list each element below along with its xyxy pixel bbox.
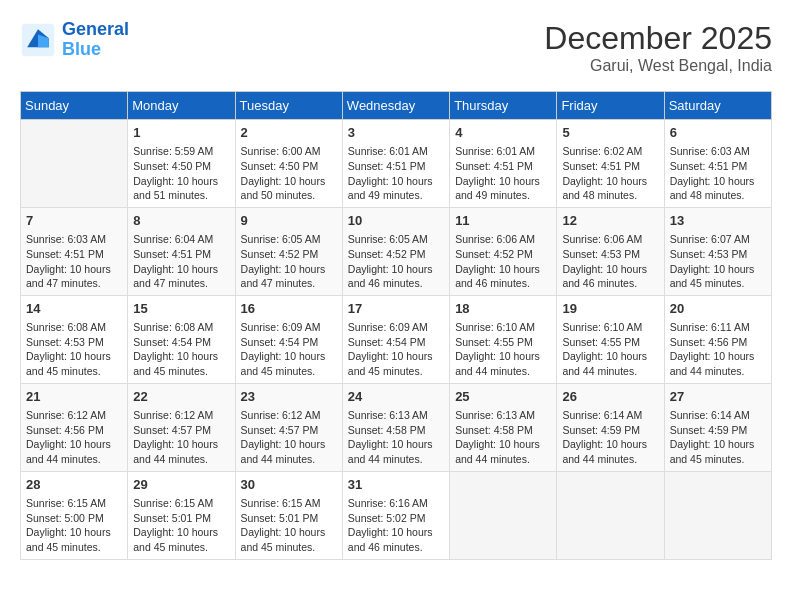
day-number: 6: [670, 124, 766, 142]
title-block: December 2025 Garui, West Bengal, India: [544, 20, 772, 75]
day-info: Sunrise: 5:59 AMSunset: 4:50 PMDaylight:…: [133, 144, 229, 203]
calendar-cell: [664, 471, 771, 559]
day-info: Sunrise: 6:14 AMSunset: 4:59 PMDaylight:…: [670, 408, 766, 467]
day-info: Sunrise: 6:03 AMSunset: 4:51 PMDaylight:…: [26, 232, 122, 291]
calendar-cell: 3Sunrise: 6:01 AMSunset: 4:51 PMDaylight…: [342, 120, 449, 208]
calendar-cell: 9Sunrise: 6:05 AMSunset: 4:52 PMDaylight…: [235, 207, 342, 295]
day-info: Sunrise: 6:08 AMSunset: 4:54 PMDaylight:…: [133, 320, 229, 379]
day-info: Sunrise: 6:12 AMSunset: 4:57 PMDaylight:…: [133, 408, 229, 467]
day-number: 19: [562, 300, 658, 318]
calendar-cell: 19Sunrise: 6:10 AMSunset: 4:55 PMDayligh…: [557, 295, 664, 383]
calendar-subtitle: Garui, West Bengal, India: [544, 57, 772, 75]
day-info: Sunrise: 6:06 AMSunset: 4:52 PMDaylight:…: [455, 232, 551, 291]
header-monday: Monday: [128, 92, 235, 120]
day-number: 7: [26, 212, 122, 230]
day-info: Sunrise: 6:16 AMSunset: 5:02 PMDaylight:…: [348, 496, 444, 555]
day-info: Sunrise: 6:03 AMSunset: 4:51 PMDaylight:…: [670, 144, 766, 203]
calendar-cell: 2Sunrise: 6:00 AMSunset: 4:50 PMDaylight…: [235, 120, 342, 208]
day-number: 1: [133, 124, 229, 142]
day-number: 16: [241, 300, 337, 318]
calendar-cell: 22Sunrise: 6:12 AMSunset: 4:57 PMDayligh…: [128, 383, 235, 471]
day-info: Sunrise: 6:13 AMSunset: 4:58 PMDaylight:…: [348, 408, 444, 467]
calendar-cell: 4Sunrise: 6:01 AMSunset: 4:51 PMDaylight…: [450, 120, 557, 208]
calendar-cell: 24Sunrise: 6:13 AMSunset: 4:58 PMDayligh…: [342, 383, 449, 471]
day-number: 31: [348, 476, 444, 494]
calendar-table: SundayMondayTuesdayWednesdayThursdayFrid…: [20, 91, 772, 560]
logo-icon: [20, 22, 56, 58]
day-number: 3: [348, 124, 444, 142]
day-info: Sunrise: 6:05 AMSunset: 4:52 PMDaylight:…: [241, 232, 337, 291]
day-number: 27: [670, 388, 766, 406]
day-number: 30: [241, 476, 337, 494]
day-info: Sunrise: 6:02 AMSunset: 4:51 PMDaylight:…: [562, 144, 658, 203]
calendar-cell: 5Sunrise: 6:02 AMSunset: 4:51 PMDaylight…: [557, 120, 664, 208]
day-info: Sunrise: 6:10 AMSunset: 4:55 PMDaylight:…: [562, 320, 658, 379]
calendar-cell: 31Sunrise: 6:16 AMSunset: 5:02 PMDayligh…: [342, 471, 449, 559]
calendar-title: December 2025: [544, 20, 772, 57]
day-number: 17: [348, 300, 444, 318]
day-info: Sunrise: 6:09 AMSunset: 4:54 PMDaylight:…: [241, 320, 337, 379]
calendar-week-2: 7Sunrise: 6:03 AMSunset: 4:51 PMDaylight…: [21, 207, 772, 295]
day-info: Sunrise: 6:04 AMSunset: 4:51 PMDaylight:…: [133, 232, 229, 291]
day-number: 23: [241, 388, 337, 406]
calendar-cell: 8Sunrise: 6:04 AMSunset: 4:51 PMDaylight…: [128, 207, 235, 295]
day-number: 28: [26, 476, 122, 494]
day-info: Sunrise: 6:11 AMSunset: 4:56 PMDaylight:…: [670, 320, 766, 379]
day-info: Sunrise: 6:10 AMSunset: 4:55 PMDaylight:…: [455, 320, 551, 379]
header-tuesday: Tuesday: [235, 92, 342, 120]
calendar-week-5: 28Sunrise: 6:15 AMSunset: 5:00 PMDayligh…: [21, 471, 772, 559]
logo: General Blue: [20, 20, 129, 60]
day-info: Sunrise: 6:12 AMSunset: 4:57 PMDaylight:…: [241, 408, 337, 467]
calendar-cell: 1Sunrise: 5:59 AMSunset: 4:50 PMDaylight…: [128, 120, 235, 208]
day-info: Sunrise: 6:06 AMSunset: 4:53 PMDaylight:…: [562, 232, 658, 291]
calendar-cell: 20Sunrise: 6:11 AMSunset: 4:56 PMDayligh…: [664, 295, 771, 383]
calendar-cell: 26Sunrise: 6:14 AMSunset: 4:59 PMDayligh…: [557, 383, 664, 471]
day-number: 10: [348, 212, 444, 230]
day-info: Sunrise: 6:09 AMSunset: 4:54 PMDaylight:…: [348, 320, 444, 379]
day-info: Sunrise: 6:00 AMSunset: 4:50 PMDaylight:…: [241, 144, 337, 203]
day-number: 25: [455, 388, 551, 406]
calendar-week-3: 14Sunrise: 6:08 AMSunset: 4:53 PMDayligh…: [21, 295, 772, 383]
calendar-cell: 14Sunrise: 6:08 AMSunset: 4:53 PMDayligh…: [21, 295, 128, 383]
header-friday: Friday: [557, 92, 664, 120]
calendar-cell: 11Sunrise: 6:06 AMSunset: 4:52 PMDayligh…: [450, 207, 557, 295]
day-info: Sunrise: 6:13 AMSunset: 4:58 PMDaylight:…: [455, 408, 551, 467]
day-info: Sunrise: 6:08 AMSunset: 4:53 PMDaylight:…: [26, 320, 122, 379]
day-info: Sunrise: 6:07 AMSunset: 4:53 PMDaylight:…: [670, 232, 766, 291]
day-number: 11: [455, 212, 551, 230]
day-number: 20: [670, 300, 766, 318]
header-thursday: Thursday: [450, 92, 557, 120]
day-number: 24: [348, 388, 444, 406]
header-wednesday: Wednesday: [342, 92, 449, 120]
calendar-cell: 10Sunrise: 6:05 AMSunset: 4:52 PMDayligh…: [342, 207, 449, 295]
calendar-cell: 18Sunrise: 6:10 AMSunset: 4:55 PMDayligh…: [450, 295, 557, 383]
calendar-cell: [557, 471, 664, 559]
calendar-cell: 17Sunrise: 6:09 AMSunset: 4:54 PMDayligh…: [342, 295, 449, 383]
day-info: Sunrise: 6:15 AMSunset: 5:01 PMDaylight:…: [133, 496, 229, 555]
page-header: General Blue December 2025 Garui, West B…: [20, 20, 772, 75]
calendar-week-4: 21Sunrise: 6:12 AMSunset: 4:56 PMDayligh…: [21, 383, 772, 471]
calendar-cell: 15Sunrise: 6:08 AMSunset: 4:54 PMDayligh…: [128, 295, 235, 383]
calendar-cell: [450, 471, 557, 559]
day-number: 2: [241, 124, 337, 142]
day-number: 14: [26, 300, 122, 318]
calendar-cell: 6Sunrise: 6:03 AMSunset: 4:51 PMDaylight…: [664, 120, 771, 208]
calendar-cell: 12Sunrise: 6:06 AMSunset: 4:53 PMDayligh…: [557, 207, 664, 295]
day-number: 29: [133, 476, 229, 494]
day-number: 5: [562, 124, 658, 142]
calendar-cell: [21, 120, 128, 208]
day-number: 21: [26, 388, 122, 406]
calendar-cell: 30Sunrise: 6:15 AMSunset: 5:01 PMDayligh…: [235, 471, 342, 559]
day-number: 15: [133, 300, 229, 318]
day-info: Sunrise: 6:12 AMSunset: 4:56 PMDaylight:…: [26, 408, 122, 467]
calendar-cell: 7Sunrise: 6:03 AMSunset: 4:51 PMDaylight…: [21, 207, 128, 295]
day-number: 18: [455, 300, 551, 318]
calendar-cell: 21Sunrise: 6:12 AMSunset: 4:56 PMDayligh…: [21, 383, 128, 471]
calendar-cell: 13Sunrise: 6:07 AMSunset: 4:53 PMDayligh…: [664, 207, 771, 295]
calendar-cell: 28Sunrise: 6:15 AMSunset: 5:00 PMDayligh…: [21, 471, 128, 559]
day-number: 8: [133, 212, 229, 230]
calendar-cell: 29Sunrise: 6:15 AMSunset: 5:01 PMDayligh…: [128, 471, 235, 559]
day-number: 26: [562, 388, 658, 406]
day-info: Sunrise: 6:01 AMSunset: 4:51 PMDaylight:…: [455, 144, 551, 203]
day-number: 12: [562, 212, 658, 230]
